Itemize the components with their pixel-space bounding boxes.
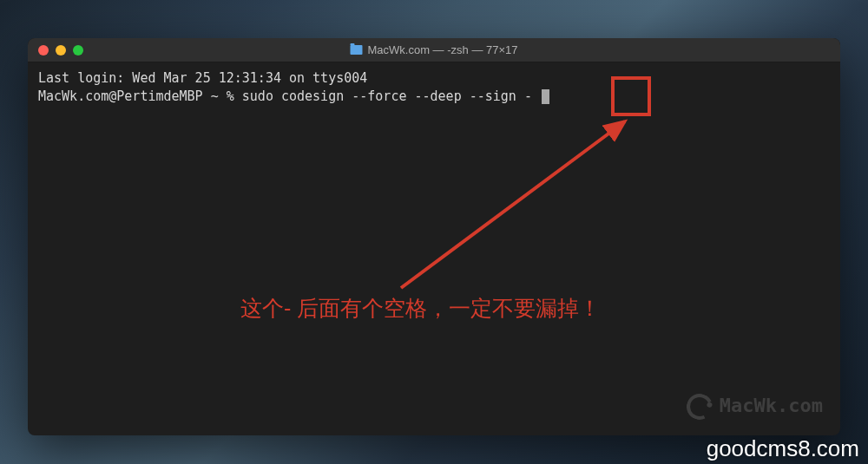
watermark-brand: MacWk.com	[720, 393, 823, 420]
typed-command: sudo codesign --force --deep --sign -	[242, 88, 540, 104]
close-icon[interactable]	[38, 45, 49, 56]
annotation-text: 这个- 后面有个空格，一定不要漏掉！	[240, 293, 601, 323]
traffic-lights	[28, 45, 83, 56]
watermark-logo: MacWk.com	[687, 393, 823, 420]
terminal-window: MacWk.com — -zsh — 77×17 Last login: Wed…	[28, 38, 840, 435]
titlebar: MacWk.com — -zsh — 77×17	[28, 38, 840, 62]
minimize-icon[interactable]	[56, 45, 66, 56]
annotation-arrow	[375, 106, 653, 305]
watermark-c-icon	[683, 389, 716, 422]
svg-line-1	[401, 121, 625, 288]
last-login-line: Last login: Wed Mar 25 12:31:34 on ttys0…	[38, 69, 830, 88]
window-title: MacWk.com — -zsh — 77×17	[350, 43, 517, 56]
cursor	[542, 89, 549, 104]
terminal-body[interactable]: Last login: Wed Mar 25 12:31:34 on ttys0…	[28, 62, 840, 435]
shell-prompt: MacWk.com@PertimdeMBP ~ %	[38, 88, 242, 104]
prompt-line: MacWk.com@PertimdeMBP ~ % sudo codesign …	[38, 88, 830, 106]
folder-icon	[350, 45, 362, 55]
maximize-icon[interactable]	[73, 45, 83, 56]
footer-watermark: goodcms8.com	[707, 435, 859, 462]
window-title-text: MacWk.com — -zsh — 77×17	[367, 43, 517, 56]
